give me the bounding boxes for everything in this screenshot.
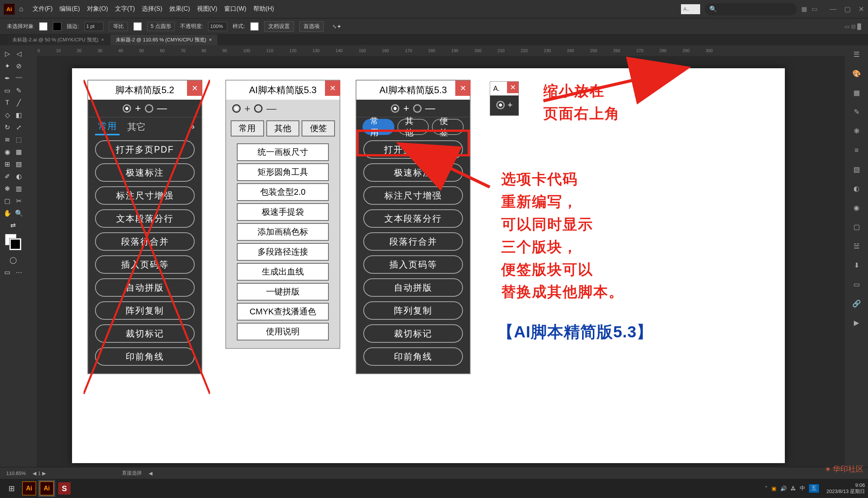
line-tool-icon[interactable]: ╱: [13, 97, 24, 108]
graphic-styles-icon[interactable]: ▢: [850, 221, 863, 233]
btn-text-split[interactable]: 文本段落分行: [95, 209, 195, 228]
symbol-spray-icon[interactable]: ❋: [2, 183, 13, 194]
btn-dim-enhance[interactable]: 标注尺寸增强: [95, 186, 195, 205]
appearance-panel-icon[interactable]: ◉: [850, 202, 863, 214]
btn-text-split[interactable]: 文本段落分行: [363, 209, 463, 228]
scale-tool-icon[interactable]: ⤢: [13, 122, 24, 133]
uniform-toggle[interactable]: 等比: [109, 22, 128, 31]
tab-notes[interactable]: 便签: [302, 120, 335, 136]
mini-close-icon[interactable]: ✕: [507, 82, 519, 93]
rect-tool-icon[interactable]: ▭: [2, 85, 13, 96]
fill-swatch[interactable]: [39, 22, 48, 31]
tab-common[interactable]: 常用: [231, 120, 264, 136]
panel53l-close-icon[interactable]: ✕: [325, 81, 340, 96]
eraser-tool-icon[interactable]: ◧: [13, 110, 24, 120]
gradient-panel-icon[interactable]: ▧: [850, 163, 863, 176]
canvas[interactable]: 0102030405060708090100110120130140150160…: [26, 45, 845, 467]
btn-unify-artboard[interactable]: 统一画板尺寸: [237, 143, 329, 161]
panel53d-close-icon[interactable]: ✕: [455, 81, 471, 96]
maximize-icon[interactable]: ▢: [844, 5, 851, 13]
opacity-val[interactable]: [208, 22, 227, 31]
shape-builder-icon[interactable]: ◉: [2, 146, 13, 157]
close-icon[interactable]: ✕: [858, 5, 864, 13]
shaper-tool-icon[interactable]: ◇: [2, 110, 13, 120]
radio-icon[interactable]: [496, 101, 505, 109]
radio-icon[interactable]: [232, 104, 241, 113]
minimize-icon[interactable]: —: [830, 5, 837, 13]
btn-array-copy[interactable]: 阵列复制: [95, 301, 195, 320]
zoom-tool-icon[interactable]: 🔍: [13, 208, 24, 219]
panel-toggle-icon[interactable]: ▭ ⊟ █: [845, 23, 861, 30]
home-icon[interactable]: ⌂: [19, 5, 23, 13]
blend-tool-icon[interactable]: ◐: [13, 171, 24, 182]
btn-dim-enhance[interactable]: 标注尺寸增强: [363, 186, 463, 205]
btn-open-pdf[interactable]: 打开多页PDF: [95, 140, 195, 159]
menu-window[interactable]: 窗口(W): [222, 3, 249, 15]
btn-join-paths[interactable]: 多段路径连接: [237, 243, 329, 261]
taskbar-ai-1[interactable]: Ai: [21, 480, 38, 497]
menu-help[interactable]: 帮助(H): [251, 3, 276, 15]
artboard-nav-icon[interactable]: ◀ 1 ▶: [33, 470, 46, 476]
radio-icon[interactable]: [413, 104, 422, 113]
toggle-fill-icon[interactable]: ⇄: [8, 220, 18, 231]
cursor-icon[interactable]: ⤡✦: [332, 23, 341, 30]
tab-other[interactable]: 其他: [266, 120, 300, 136]
tray-app-icon[interactable]: ▣: [771, 485, 776, 491]
btn-auto-impose[interactable]: 自动拼版: [363, 278, 463, 297]
btn-round-rect[interactable]: 矩形圆角工具: [237, 163, 329, 181]
tray-volume-icon[interactable]: 🔊: [780, 485, 787, 491]
btn-add-swatch[interactable]: 添加画稿色标: [237, 223, 329, 241]
layers-panel-icon[interactable]: ☱: [850, 240, 863, 252]
free-transform-icon[interactable]: ⬚: [13, 134, 24, 145]
fill-stroke-selector[interactable]: [5, 234, 21, 250]
tray-input-icon[interactable]: 五: [809, 484, 819, 493]
btn-crop-marks[interactable]: 裁切标记: [363, 324, 463, 343]
menu-type[interactable]: 文字(T): [113, 3, 137, 15]
screen-mode-icon[interactable]: ▭: [2, 267, 13, 278]
properties-panel-icon[interactable]: ☰: [850, 48, 863, 61]
artboards-panel-icon[interactable]: ▭: [850, 278, 863, 291]
color-panel-icon[interactable]: 🎨: [850, 67, 863, 80]
curve-tool-icon[interactable]: 〰: [13, 73, 24, 84]
wand-tool-icon[interactable]: ✦: [2, 61, 13, 71]
taskbar-app-icon[interactable]: S: [56, 480, 73, 497]
btn-array-copy[interactable]: 阵列复制: [363, 301, 463, 320]
tab-common[interactable]: 常用: [95, 118, 120, 135]
btn-fast-annotate[interactable]: 极速标注: [363, 163, 463, 182]
lasso-tool-icon[interactable]: ⊘: [13, 61, 24, 71]
menu-view[interactable]: 视图(V): [195, 3, 220, 15]
rotate-tool-icon[interactable]: ↻: [2, 122, 13, 133]
graph-tool-icon[interactable]: ▥: [13, 183, 24, 194]
tray-chevron-icon[interactable]: ˄: [765, 485, 768, 491]
btn-auto-impose[interactable]: 自动拼版: [95, 278, 195, 297]
edit-toolbar-icon[interactable]: ⋯: [13, 267, 24, 278]
search-mini[interactable]: A..: [681, 4, 700, 14]
radio-icon[interactable]: [391, 104, 399, 113]
selection-tool-icon[interactable]: ▷: [2, 48, 13, 59]
arrange-icon[interactable]: ▦: [801, 5, 807, 13]
menu-file[interactable]: 文件(F): [30, 3, 55, 15]
type-tool-icon[interactable]: T: [2, 97, 13, 108]
brush-swatch[interactable]: [133, 22, 142, 31]
doc-setup-button[interactable]: 文档设置: [264, 21, 294, 32]
start-menu-icon[interactable]: ⊞: [3, 480, 20, 497]
links-panel-icon[interactable]: 🔗: [850, 297, 863, 310]
draw-mode-icon[interactable]: ◯: [8, 255, 18, 265]
btn-fast-bag[interactable]: 极速手提袋: [237, 203, 329, 221]
menu-effect[interactable]: 效果(C): [167, 3, 192, 15]
asset-export-icon[interactable]: ⬇: [850, 259, 863, 271]
stroke-swatch[interactable]: [53, 22, 61, 31]
radio-icon[interactable]: [145, 104, 153, 113]
menu-edit[interactable]: 编辑(E): [57, 3, 82, 15]
panel52-close-icon[interactable]: ✕: [187, 81, 202, 96]
brush-preset[interactable]: 5 点圆形: [147, 22, 175, 31]
direct-select-tool-icon[interactable]: ◁: [13, 48, 24, 59]
zoom-level[interactable]: 110.65%: [6, 470, 26, 476]
btn-page-num[interactable]: 插入页码等: [363, 255, 463, 274]
gradient-tool-icon[interactable]: ▧: [13, 159, 24, 169]
transparency-panel-icon[interactable]: ◐: [850, 182, 863, 195]
stroke-panel-icon[interactable]: ≡: [850, 144, 863, 156]
mesh-tool-icon[interactable]: ⊞: [2, 159, 13, 169]
eyedropper-icon[interactable]: ✐: [2, 171, 13, 182]
btn-para-merge[interactable]: 段落行合并: [363, 232, 463, 251]
